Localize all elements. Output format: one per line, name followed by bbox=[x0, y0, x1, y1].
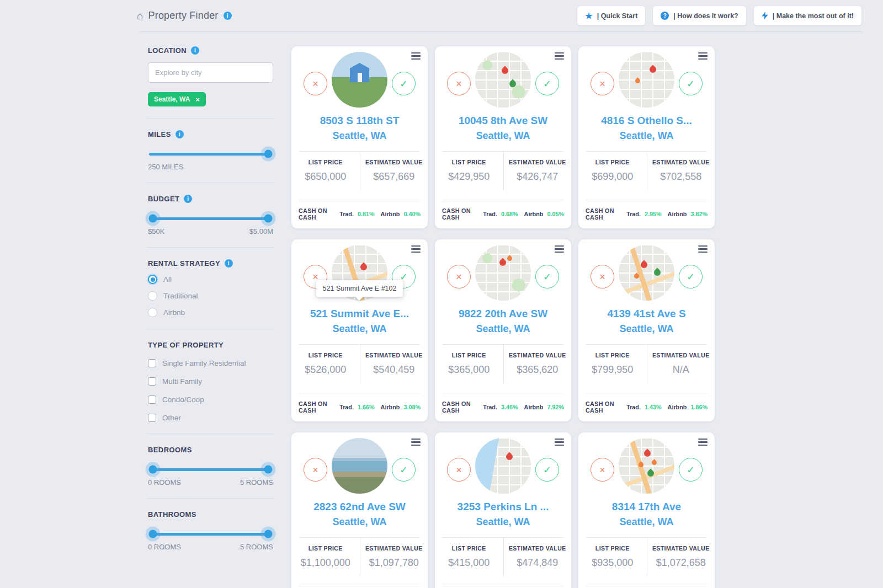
reject-icon[interactable]: × bbox=[447, 265, 471, 288]
miles-slider-handle[interactable] bbox=[264, 150, 273, 158]
budget-info-icon[interactable]: i bbox=[184, 195, 192, 203]
miles-info-icon[interactable]: i bbox=[175, 130, 184, 138]
reject-icon[interactable]: × bbox=[591, 458, 614, 482]
card-menu-icon[interactable] bbox=[411, 439, 421, 447]
miles-slider-track[interactable] bbox=[149, 153, 272, 156]
radio-all-icon[interactable] bbox=[148, 275, 157, 284]
how-it-works-button[interactable]: ? | How does it work? bbox=[653, 6, 746, 25]
checkbox-multi-family-icon[interactable] bbox=[148, 377, 156, 386]
bedrooms-slider[interactable] bbox=[149, 466, 272, 473]
header-divider bbox=[140, 31, 863, 32]
checkbox-condo-coop-icon[interactable] bbox=[148, 395, 156, 404]
location-info-icon[interactable]: i bbox=[191, 46, 199, 55]
property-map[interactable] bbox=[619, 438, 674, 494]
property-map[interactable] bbox=[619, 245, 674, 301]
property-map[interactable] bbox=[475, 245, 531, 301]
card-menu-icon[interactable] bbox=[411, 245, 421, 254]
budget-slider[interactable] bbox=[149, 215, 272, 222]
budget-max-handle[interactable] bbox=[264, 215, 273, 223]
quick-start-button[interactable]: ★ | Quick Start bbox=[577, 6, 645, 25]
radio-airbnb-label: Airbnb bbox=[163, 308, 185, 317]
radio-traditional[interactable]: Traditional bbox=[148, 291, 273, 301]
accept-icon[interactable]: ✓ bbox=[679, 458, 703, 482]
card-menu-icon[interactable] bbox=[555, 439, 564, 447]
property-address[interactable]: 8314 17th Ave bbox=[578, 501, 715, 513]
list-price-label: LIST PRICE bbox=[437, 352, 501, 359]
city-search-input[interactable] bbox=[148, 62, 273, 83]
checkbox-other[interactable]: Other bbox=[148, 414, 273, 422]
accept-icon[interactable]: ✓ bbox=[535, 458, 559, 482]
card-menu-icon[interactable] bbox=[555, 52, 564, 61]
chip-close-icon[interactable]: × bbox=[195, 96, 200, 103]
property-address[interactable]: 9822 20th Ave SW bbox=[435, 308, 571, 320]
list-price-value: $429,950 bbox=[437, 171, 501, 183]
property-address[interactable]: 10045 8th Ave SW bbox=[435, 115, 571, 127]
airbnb-value: 3.08% bbox=[403, 404, 421, 410]
estimated-value: $657,669 bbox=[363, 171, 426, 183]
accept-icon[interactable]: ✓ bbox=[679, 72, 703, 95]
reject-icon[interactable]: × bbox=[447, 72, 471, 95]
accept-icon[interactable]: ✓ bbox=[679, 265, 703, 288]
rental-strategy-title-label: RENTAL STRATEGY bbox=[148, 259, 220, 268]
property-address[interactable]: 4816 S Othello S... bbox=[578, 115, 715, 127]
bathrooms-slider-track[interactable] bbox=[149, 533, 272, 536]
info-icon[interactable]: i bbox=[224, 12, 232, 20]
reject-icon[interactable]: × bbox=[591, 72, 614, 95]
cash-on-cash-label: CASH ON CASH bbox=[442, 207, 477, 221]
radio-airbnb[interactable]: Airbnb bbox=[148, 308, 273, 317]
checkbox-condo-coop[interactable]: Condo/Coop bbox=[148, 395, 273, 404]
miles-section-title: MILES i bbox=[148, 130, 273, 138]
property-map[interactable] bbox=[475, 52, 531, 108]
accept-icon[interactable]: ✓ bbox=[392, 458, 416, 482]
bedrooms-slider-track[interactable] bbox=[149, 468, 272, 471]
miles-slider[interactable] bbox=[149, 150, 272, 158]
card-menu-icon[interactable] bbox=[698, 439, 708, 447]
property-address[interactable]: 4139 41st Ave S bbox=[578, 308, 715, 320]
checkbox-other-icon[interactable] bbox=[148, 414, 156, 422]
list-price-value: $935,000 bbox=[581, 557, 645, 569]
estimated-value-label: ESTIMATED VALUE bbox=[506, 545, 570, 552]
checkbox-single-family[interactable]: Single Family Residential bbox=[148, 359, 273, 367]
accept-icon[interactable]: ✓ bbox=[392, 72, 416, 95]
map-pin-icon bbox=[498, 258, 508, 268]
property-grid: × ✓ 8503 S 118th ST Seattle, WA LIST PRI… bbox=[291, 46, 715, 588]
checkbox-single-family-label: Single Family Residential bbox=[162, 359, 246, 367]
reject-icon[interactable]: × bbox=[591, 265, 614, 288]
make-most-button[interactable]: | Make the most out of it! bbox=[754, 6, 861, 25]
property-photo[interactable] bbox=[332, 438, 387, 494]
rental-strategy-info-icon[interactable]: i bbox=[225, 259, 233, 268]
card-menu-icon[interactable] bbox=[698, 245, 708, 254]
estimated-value: $702,558 bbox=[650, 171, 713, 183]
city-chip[interactable]: Seattle, WA × bbox=[148, 92, 206, 106]
bathrooms-min-handle[interactable] bbox=[148, 530, 157, 538]
bedrooms-max-handle[interactable] bbox=[264, 466, 273, 474]
radio-airbnb-icon[interactable] bbox=[148, 308, 157, 317]
radio-traditional-icon[interactable] bbox=[148, 291, 157, 301]
budget-slider-track[interactable] bbox=[149, 217, 272, 220]
property-map[interactable] bbox=[619, 52, 674, 108]
budget-min-handle[interactable] bbox=[148, 215, 157, 223]
property-address[interactable]: 3253 Perkins Ln ... bbox=[435, 501, 571, 513]
bedrooms-min-handle[interactable] bbox=[148, 466, 157, 474]
property-photo[interactable] bbox=[332, 52, 387, 108]
accept-icon[interactable]: ✓ bbox=[535, 72, 559, 95]
checkbox-single-family-icon[interactable] bbox=[148, 359, 156, 367]
checkbox-multi-family[interactable]: Multi Family bbox=[148, 377, 273, 386]
bathrooms-slider[interactable] bbox=[149, 530, 272, 538]
accept-icon[interactable]: ✓ bbox=[535, 265, 559, 288]
reject-icon[interactable]: × bbox=[304, 458, 327, 482]
property-address[interactable]: 521 Summit Ave E... bbox=[291, 308, 428, 320]
reject-icon[interactable]: × bbox=[304, 72, 327, 95]
property-address[interactable]: 2823 62nd Ave SW bbox=[291, 501, 428, 513]
card-menu-icon[interactable] bbox=[698, 52, 708, 61]
estimated-value: $1,072,658 bbox=[650, 557, 713, 569]
property-address[interactable]: 8503 S 118th ST bbox=[291, 115, 428, 127]
card-menu-icon[interactable] bbox=[555, 245, 564, 254]
page: ⌂ Property Finder i ★ | Quick Start ? | … bbox=[137, 0, 865, 588]
radio-all[interactable]: All bbox=[148, 275, 273, 284]
card-menu-icon[interactable] bbox=[411, 52, 421, 61]
property-map[interactable] bbox=[475, 438, 531, 494]
list-price-label: LIST PRICE bbox=[581, 352, 645, 359]
bathrooms-max-handle[interactable] bbox=[264, 530, 273, 538]
reject-icon[interactable]: × bbox=[447, 458, 471, 482]
